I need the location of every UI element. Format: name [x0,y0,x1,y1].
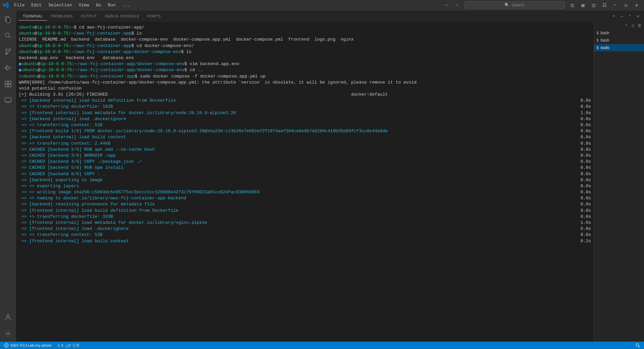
new-terminal-icon[interactable]: + [623,22,629,29]
svg-marker-7 [7,65,10,70]
svg-line-19 [638,346,640,347]
remote-connection-status[interactable]: SSH: FCJ-Lab-my-server [3,343,53,348]
terminal-line: => => transferring context: 52B0.0s [19,122,594,128]
svg-point-8 [5,67,6,68]
remote-label: SSH: FCJ-Lab-my-server [10,343,52,347]
titlebar-menu: File Edit Selection View Go Run ... [11,2,133,8]
menu-selection[interactable]: Selection [46,2,74,8]
terminal-line: => => transferring context: 2.44kB0.0s [19,141,594,147]
activity-remote-explorer[interactable] [0,92,16,108]
tab-problems[interactable]: PROBLEMS [47,12,77,20]
menu-edit[interactable]: Edit [29,2,44,8]
tab-output[interactable]: OUTPUT [77,12,101,20]
terminal-line: => [frontend internal] load metadata for… [19,220,594,226]
activity-explorer[interactable] [0,11,16,28]
terminal-line: => [backend] exporting to image0.0s [19,177,594,183]
layout-btn-4[interactable]: ☷ [600,2,609,8]
menu-file[interactable]: File [11,2,27,8]
layout-btn-2[interactable]: ▤ [578,2,588,8]
close-button[interactable]: ✕ [632,2,641,8]
vscode-logo [3,2,9,8]
terminal-line: => CACHED [backend 5/6] RUN npm install0… [19,165,594,171]
terminal-line: => => transferring context: 52B0.0s [19,232,594,238]
errors-status[interactable]: ⚠ 0 △ 0 ⓘ 0 [56,343,80,348]
terminal-instance-label-3: sudo [601,45,641,50]
main-area: TERMINAL PROBLEMS OUTPUT DEBUG CONSOLE P… [0,10,644,342]
activity-source-control[interactable] [0,44,16,60]
svg-rect-13 [5,98,11,102]
search-status-btn[interactable] [634,343,641,348]
new-terminal-btn[interactable]: + [610,13,617,19]
warning-count: 0 [69,343,71,347]
svg-point-16 [7,315,9,317]
terminal-line: ubuntu@ip-10-0-8-75:~/aws-fcj-container-… [19,61,594,67]
terminal-instance-bash-1[interactable]: $ bash [594,29,644,37]
svg-rect-1 [7,18,10,22]
error-icon: ⚠ [57,343,60,348]
back-button[interactable]: ← [442,2,451,8]
tab-debug-console[interactable]: DEBUG CONSOLE [101,12,143,20]
terminal-instance-label-2: bash [601,38,641,43]
svg-point-5 [9,49,11,51]
terminal-line: => => transferring dockerfile: 333B0.0s [19,214,594,220]
terminal-line: => CACHED [backend 3/6] WORKDIR /app0.0s [19,153,594,159]
trash-icon[interactable]: 🗑 [637,22,643,29]
svg-point-2 [5,33,9,37]
activity-bar [0,10,16,342]
terminal-line: WARN[0000] /home/ubuntu/aws-fcj-containe… [19,80,594,86]
minimize-button[interactable]: − [610,2,620,8]
svg-rect-11 [5,84,8,87]
status-bar: SSH: FCJ-Lab-my-server ⚠ 0 △ 0 ⓘ 0 [0,342,644,349]
terminal-output[interactable]: ubuntu@ip-10-0-8-75:~$ cd aws-fcj-contai… [16,22,594,342]
terminal-line: => [backend internal] load .dockerignore… [19,116,594,122]
activity-search[interactable] [0,28,16,44]
terminal-line: => => exporting layers0.0s [19,183,594,189]
panel-close-btn[interactable]: ✕ [635,13,641,19]
layout-btn-1[interactable]: ◫ [568,2,577,8]
svg-rect-9 [5,81,8,84]
menu-run[interactable]: Run [105,2,118,8]
menu-go[interactable]: Go [93,2,104,8]
content-area: TERMINAL PROBLEMS OUTPUT DEBUG CONSOLE P… [16,10,644,342]
terminal-line: [+] Building 3.9s (26/26) FINISHED docke… [19,92,594,98]
warning-icon: △ [65,343,68,348]
search-placeholder: Search [512,3,524,7]
panel-expand-btn[interactable]: ⌃ [627,13,633,19]
menu-more[interactable]: ... [120,2,133,8]
menu-view[interactable]: View [76,2,92,8]
tab-terminal[interactable]: TERMINAL [19,12,47,20]
terminal-instance-bash-2[interactable]: $ bash [594,37,644,44]
terminal-line: void potential confusion [19,86,594,92]
terminal-instance-label-1: bash [601,31,641,35]
forward-button[interactable]: → [452,2,462,8]
terminal-line: => [backend internal] load build definit… [19,98,594,104]
more-actions-btn[interactable]: ⋯ [619,13,625,19]
activity-settings[interactable] [0,326,16,342]
terminal-line: ubuntu@ip-10-0-8-75:~/aws-fcj-container-… [19,31,594,37]
terminal-line: ubuntu@ip-10-0-8-75:~$ cd aws-fcj-contai… [19,24,594,31]
window-controls: ◫ ▤ ◫ ☷ − ◻ ✕ [568,2,641,8]
terminal-instance-sudo[interactable]: $ sudo [594,44,644,51]
svg-point-4 [6,49,7,51]
layout-btn-3[interactable]: ◫ [589,2,598,8]
terminal-instance-icon-3: $ [597,46,599,50]
terminal-line: => => naming to docker.io/library/aws-fc… [19,195,594,201]
terminal-line: LICENSE README.md backend database docke… [19,37,594,43]
terminal-line: backend.app.env backend.env database.env [19,55,594,61]
svg-rect-10 [8,81,11,84]
tab-ports[interactable]: PORTS [143,12,165,20]
terminal-line: => [backend internal] load build context… [19,134,594,140]
terminal-line: => [frontend build 1/6] FROM docker.io/l… [19,128,594,134]
activity-run[interactable] [0,60,16,76]
panel-tab-actions: + ⋯ ⌃ ✕ [610,13,641,19]
info-icon: ⓘ [73,343,76,348]
svg-point-18 [636,344,639,346]
terminal-line: ubuntu@ip-10-0-8-75:~/aws-fcj-container-… [19,73,594,80]
activity-account[interactable] [0,309,16,326]
terminal-sidebar-header: + ◫ 🗑 [594,22,644,29]
activity-extensions[interactable] [0,76,16,92]
maximize-button[interactable]: ◻ [621,2,631,8]
split-terminal-icon[interactable]: ◫ [630,22,636,29]
search-bar[interactable]: 🔍 Search [464,1,565,9]
terminal-line: => [frontend internal] load metadata for… [19,110,594,116]
